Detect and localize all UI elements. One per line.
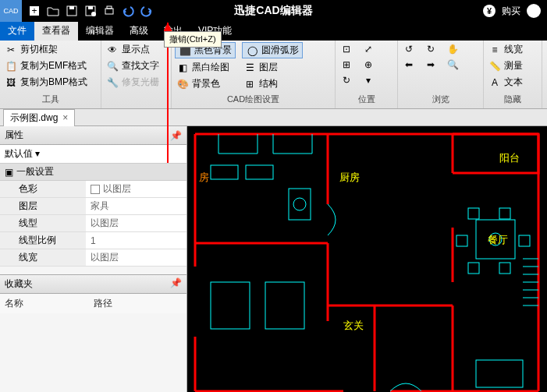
prop-name: 色彩 (0, 181, 86, 197)
tab-file[interactable]: 文件 (0, 21, 34, 41)
br-6[interactable]: 🔍 (445, 58, 460, 72)
tab-viewer[interactable]: 查看器 (34, 21, 78, 41)
redo-icon[interactable] (139, 3, 155, 19)
pos-1[interactable]: ⊡ (339, 42, 354, 56)
prop-name: 线宽 (0, 249, 86, 266)
layers[interactable]: ☰图层 (242, 60, 303, 75)
svg-text:玄关: 玄关 (343, 320, 364, 331)
br-2[interactable]: ⬅ (401, 58, 417, 72)
br-5[interactable]: ✋ (445, 42, 460, 56)
pin-icon[interactable]: 📌 (170, 277, 182, 291)
pin-icon[interactable]: 📌 (170, 130, 182, 141)
props-default-combo[interactable]: 默认值 ▾ (0, 145, 186, 164)
saveas-icon[interactable] (83, 3, 98, 19)
buy-label[interactable]: 购买 (502, 5, 520, 18)
close-tab-icon[interactable]: × (62, 112, 68, 123)
pos-5[interactable]: ⊕ (361, 58, 376, 72)
prop-name: 线型 (0, 215, 86, 231)
copy-bmp[interactable]: 🖼复制为BMP格式 (3, 75, 98, 90)
lineweight[interactable]: ≡线宽 (487, 42, 538, 57)
text[interactable]: A文本 (487, 75, 538, 90)
prop-val[interactable]: 以图层 (86, 249, 186, 266)
svg-text:+: + (31, 5, 37, 16)
checkbox-icon[interactable] (91, 185, 100, 194)
coin-icon[interactable]: ¥ (483, 5, 495, 17)
fav-col-name[interactable]: 名称 (5, 297, 94, 310)
structure[interactable]: ⊞结构 (242, 76, 303, 91)
bg-color[interactable]: 🎨背景色 (175, 76, 236, 91)
prop-val[interactable]: 1 (86, 232, 186, 249)
tab-advanced[interactable]: 高级 (122, 21, 156, 41)
new-icon[interactable]: + (27, 3, 42, 19)
save-icon[interactable] (64, 3, 80, 19)
props-title: 属性 (5, 129, 23, 142)
measure[interactable]: 📏测量 (487, 58, 538, 73)
svg-text:房: 房 (199, 171, 209, 183)
pos-2[interactable]: ⊞ (339, 58, 354, 72)
group-cad-label: CAD绘图设置 (175, 94, 332, 107)
fav-col-path[interactable]: 路径 (94, 297, 183, 310)
fav-title: 收藏夹 (5, 277, 33, 291)
br-4[interactable]: ➡ (423, 58, 439, 72)
svg-text:阳台: 阳台 (499, 152, 520, 164)
group-hide-label: 隐藏 (487, 94, 538, 107)
copy-emf[interactable]: 📋复制为EMF格式 (3, 58, 98, 73)
app-title: 迅捷CAD编辑器 (234, 4, 312, 18)
prop-val[interactable]: 以图层 (86, 215, 186, 231)
group-tools-label: 工具 (3, 94, 98, 107)
cut-frame[interactable]: ✂剪切框架 (3, 42, 98, 57)
undo-icon[interactable] (120, 3, 136, 19)
svg-point-6 (91, 12, 96, 16)
app-icon: CAD (0, 0, 22, 22)
prop-val[interactable]: 家具 (86, 198, 186, 214)
file-tab[interactable]: 示例图.dwg × (3, 109, 75, 126)
bw-draw[interactable]: ◧黑白绘图 (175, 60, 236, 75)
fix-raster[interactable]: 🔧修复光栅 (105, 75, 168, 90)
pos-3[interactable]: ↻ (339, 73, 354, 87)
prop-name: 图层 (0, 198, 86, 214)
br-1[interactable]: ↺ (401, 42, 417, 56)
svg-rect-5 (88, 6, 93, 9)
open-icon[interactable] (45, 3, 61, 19)
print-icon[interactable] (101, 3, 117, 19)
smooth-arc[interactable]: ◯圆滑弧形 (242, 42, 303, 58)
props-section[interactable]: ▣一般设置 (0, 164, 186, 181)
svg-text:餐厅: 餐厅 (488, 234, 508, 245)
user-icon[interactable] (527, 4, 541, 18)
svg-text:厨房: 厨房 (339, 171, 360, 183)
svg-rect-7 (105, 9, 113, 14)
undo-tooltip: 撤销(Ctrl+Z) (164, 31, 222, 48)
prop-val[interactable]: 以图层 (86, 181, 186, 197)
prop-name: 线型比例 (0, 232, 86, 249)
svg-rect-8 (107, 6, 112, 9)
group-pos-label: 位置 (339, 94, 394, 107)
br-3[interactable]: ↻ (423, 42, 439, 56)
drawing-canvas[interactable]: 阳台 厨房 餐厅 玄关 房 (187, 126, 547, 392)
svg-rect-3 (69, 6, 74, 9)
show-points[interactable]: 👁显示点 (105, 42, 168, 57)
pos-6[interactable]: ▾ (361, 73, 376, 87)
group-browse-label: 浏览 (401, 94, 480, 107)
find-text[interactable]: 🔍查找文字 (105, 58, 168, 73)
tab-editor[interactable]: 编辑器 (78, 21, 122, 41)
pos-4[interactable]: ⤢ (361, 42, 376, 56)
